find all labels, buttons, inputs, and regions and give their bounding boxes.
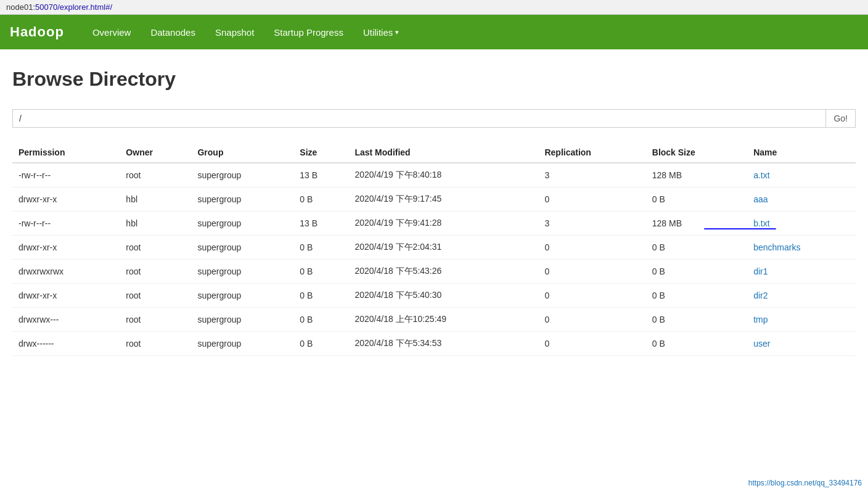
table-cell: supergroup [191, 236, 293, 260]
col-replication: Replication [538, 142, 645, 163]
col-group: Group [191, 142, 293, 163]
table-cell: -rw-r--r-- [12, 212, 120, 236]
chevron-down-icon: ▾ [395, 28, 399, 36]
path-bar: Go! [12, 109, 856, 128]
table-cell: supergroup [191, 163, 293, 188]
file-link[interactable]: dir1 [753, 266, 768, 276]
table-cell: supergroup [191, 260, 293, 284]
table-cell: 128 MB [646, 163, 747, 188]
table-cell: 0 B [646, 332, 747, 356]
table-cell: root [120, 308, 191, 332]
file-link[interactable]: b.txt [753, 218, 769, 228]
table-cell: 2020/4/19 下午2:04:31 [348, 236, 538, 260]
table-cell: 0 B [646, 308, 747, 332]
table-row: drwx------rootsupergroup0 B2020/4/18 下午5… [12, 332, 856, 356]
main-content: Browse Directory Go! Permission Owner Gr… [0, 49, 868, 368]
table-cell: drwxr-xr-x [12, 188, 120, 212]
table-cell: 0 [538, 260, 645, 284]
table-row: drwxrwxrwxrootsupergroup0 B2020/4/18 下午5… [12, 260, 856, 284]
table-row: -rw-r--r--rootsupergroup13 B2020/4/19 下午… [12, 163, 856, 188]
table-cell: 0 B [646, 260, 747, 284]
table-cell: drwxr-xr-x [12, 236, 120, 260]
col-permission: Permission [12, 142, 120, 163]
table-cell: 13 B [293, 212, 348, 236]
table-cell: root [120, 163, 191, 188]
table-cell: 3 [538, 163, 645, 188]
table-cell: -rw-r--r-- [12, 163, 120, 188]
file-link[interactable]: dir2 [753, 291, 768, 300]
table-row: drwxr-xr-xhblsupergroup0 B2020/4/19 下午9:… [12, 188, 856, 212]
table-cell: 0 [538, 332, 645, 356]
table-row: -rw-r--r--hblsupergroup13 B2020/4/19 下午9… [12, 212, 856, 236]
table-cell: 2020/4/19 下午9:41:28 [348, 212, 538, 236]
table-cell: hbl [120, 212, 191, 236]
table-cell: supergroup [191, 188, 293, 212]
table-cell: 3 [538, 212, 645, 236]
table-cell: 0 [538, 188, 645, 212]
col-owner: Owner [120, 142, 191, 163]
file-link[interactable]: a.txt [753, 170, 769, 180]
address-bar: node01:50070/explorer.html#/ [0, 0, 868, 15]
table-cell: 0 B [646, 236, 747, 260]
table-row: drwxrwx---rootsupergroup0 B2020/4/18 上午1… [12, 308, 856, 332]
nav-snapshot[interactable]: Snapshot [205, 22, 264, 43]
table-cell: drwxr-xr-x [12, 284, 120, 308]
nav-startup-progress[interactable]: Startup Progress [264, 22, 353, 43]
brand-logo: Hadoop [10, 24, 64, 40]
col-name: Name [747, 142, 856, 163]
nav-overview[interactable]: Overview [83, 22, 141, 43]
table-cell: drwxrwxrwx [12, 260, 120, 284]
table-cell: supergroup [191, 308, 293, 332]
table-cell: supergroup [191, 284, 293, 308]
table-row: drwxr-xr-xrootsupergroup0 B2020/4/18 下午5… [12, 284, 856, 308]
directory-table: Permission Owner Group Size Last Modifie… [12, 142, 856, 356]
table-cell: 0 B [646, 188, 747, 212]
nav-utilities[interactable]: Utilities ▾ [353, 22, 409, 43]
table-cell: 0 B [293, 188, 348, 212]
table-cell: 0 B [646, 284, 747, 308]
col-last-modified: Last Modified [348, 142, 538, 163]
table-cell: 2020/4/18 上午10:25:49 [348, 308, 538, 332]
page-title: Browse Directory [12, 68, 856, 91]
table-cell: root [120, 284, 191, 308]
table-cell: 0 B [293, 284, 348, 308]
table-cell: supergroup [191, 332, 293, 356]
table-cell: 0 [538, 284, 645, 308]
file-link[interactable]: aaa [753, 194, 768, 204]
table-cell: 2020/4/19 下午9:17:45 [348, 188, 538, 212]
table-cell: 2020/4/18 下午5:40:30 [348, 284, 538, 308]
path-input[interactable] [13, 110, 825, 127]
table-cell: 0 [538, 236, 645, 260]
table-cell: 2020/4/19 下午8:40:18 [348, 163, 538, 188]
table-cell: hbl [120, 188, 191, 212]
table-cell: root [120, 236, 191, 260]
navbar: Hadoop Overview Datanodes Snapshot Start… [0, 15, 868, 49]
address-path: 50070/explorer.html#/ [35, 2, 112, 12]
table-cell: 0 B [293, 332, 348, 356]
address-host: node01: [6, 2, 35, 12]
table-cell: 0 B [293, 260, 348, 284]
table-cell: 2020/4/18 下午5:34:53 [348, 332, 538, 356]
col-size: Size [293, 142, 348, 163]
table-cell: 0 B [293, 308, 348, 332]
table-cell: drwx------ [12, 332, 120, 356]
table-cell: 0 B [293, 236, 348, 260]
table-cell: 13 B [293, 163, 348, 188]
col-block-size: Block Size [646, 142, 747, 163]
table-cell: drwxrwx--- [12, 308, 120, 332]
table-header-row: Permission Owner Group Size Last Modifie… [12, 142, 856, 163]
file-link[interactable]: tmp [753, 315, 768, 324]
table-cell: root [120, 332, 191, 356]
table-cell: supergroup [191, 212, 293, 236]
go-button[interactable]: Go! [825, 110, 855, 127]
table-cell: root [120, 260, 191, 284]
file-link[interactable]: benchmarks [753, 242, 800, 252]
file-link[interactable]: user [753, 339, 770, 349]
table-row: drwxr-xr-xrootsupergroup0 B2020/4/19 下午2… [12, 236, 856, 260]
table-cell: 128 MB [646, 212, 747, 236]
table-cell: 2020/4/18 下午5:43:26 [348, 260, 538, 284]
table-cell: 0 [538, 308, 645, 332]
nav-datanodes[interactable]: Datanodes [141, 22, 205, 43]
